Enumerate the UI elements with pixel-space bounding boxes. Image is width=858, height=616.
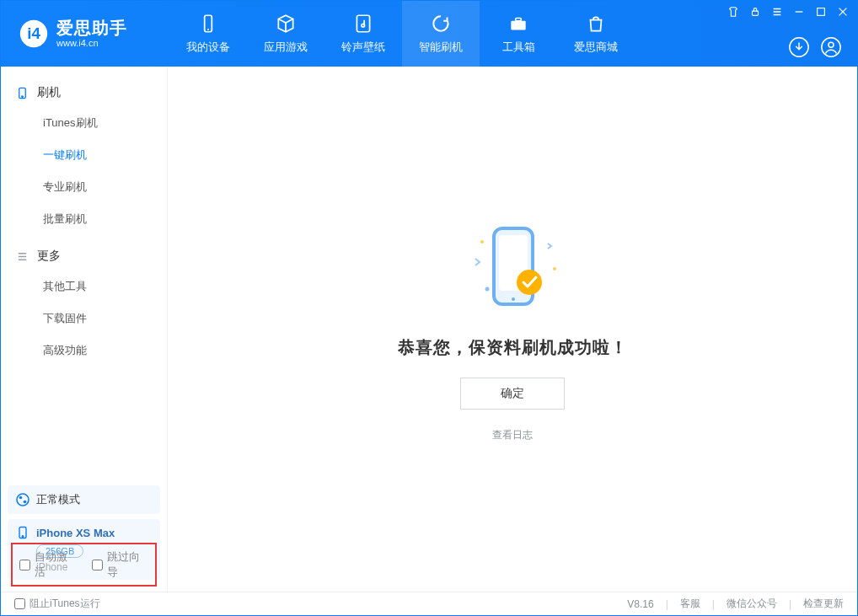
- music-file-icon: [352, 13, 374, 35]
- nav-my-device[interactable]: 我的设备: [169, 1, 247, 67]
- svg-point-5: [362, 24, 364, 26]
- app-name: 爱思助手: [56, 19, 127, 38]
- bag-icon: [585, 13, 607, 35]
- app-logo-icon: i4: [19, 19, 48, 48]
- lock-icon[interactable]: [749, 6, 761, 18]
- ok-button[interactable]: 确定: [460, 378, 565, 410]
- menu-icon[interactable]: [771, 6, 783, 18]
- device-icon: [197, 13, 219, 35]
- success-illustration: [445, 217, 580, 318]
- svg-rect-6: [511, 21, 525, 30]
- separator: |: [666, 598, 668, 610]
- separator: |: [789, 598, 791, 610]
- flash-options-highlight: 自动激活 跳过向导: [11, 543, 157, 587]
- cube-icon: [275, 13, 297, 35]
- list-icon: [16, 250, 29, 263]
- nav-label: 铃声壁纸: [341, 40, 385, 55]
- shirt-icon[interactable]: [727, 6, 739, 18]
- maximize-icon[interactable]: [815, 6, 827, 18]
- sidebar: 刷机 iTunes刷机 一键刷机 专业刷机 批量刷机 更多 其他工具 下载固件 …: [1, 67, 168, 592]
- nav-label: 爱思商城: [574, 40, 618, 55]
- footer-link-wechat[interactable]: 微信公众号: [727, 597, 777, 611]
- svg-point-22: [512, 297, 515, 301]
- svg-point-25: [553, 267, 556, 271]
- svg-rect-7: [516, 19, 522, 21]
- sidebar-item-batch-flash[interactable]: 批量刷机: [1, 203, 167, 235]
- mode-icon: [16, 493, 29, 506]
- svg-point-14: [22, 95, 24, 97]
- nav-smart-flash[interactable]: 智能刷机: [402, 1, 480, 67]
- refresh-shield-icon: [430, 13, 452, 35]
- version-label: V8.16: [627, 598, 653, 610]
- nav-ringtones[interactable]: 铃声壁纸: [324, 1, 402, 67]
- sidebar-item-download-fw[interactable]: 下载固件: [1, 303, 167, 335]
- sidebar-item-advanced[interactable]: 高级功能: [1, 335, 167, 367]
- close-icon[interactable]: [837, 6, 849, 18]
- nav-label: 智能刷机: [419, 40, 463, 55]
- svg-point-17: [24, 501, 27, 504]
- svg-point-19: [22, 536, 24, 538]
- sidebar-group-title: 更多: [37, 249, 61, 264]
- sidebar-item-pro-flash[interactable]: 专业刷机: [1, 171, 167, 203]
- nav-store[interactable]: 爱思商城: [557, 1, 635, 67]
- separator: |: [712, 598, 715, 610]
- auto-activate-checkbox[interactable]: [19, 560, 30, 570]
- nav-apps-games[interactable]: 应用游戏: [247, 1, 324, 67]
- success-title: 恭喜您，保资料刷机成功啦！: [398, 336, 628, 359]
- svg-rect-8: [753, 11, 759, 15]
- option-label: 自动激活: [35, 549, 77, 580]
- mode-card-label: 正常模式: [36, 492, 80, 507]
- nav-label: 我的设备: [186, 40, 230, 55]
- minimize-icon[interactable]: [793, 6, 805, 18]
- app-url: www.i4.cn: [56, 38, 127, 49]
- phone-icon: [16, 87, 29, 99]
- nav-label: 应用游戏: [264, 40, 308, 55]
- view-log-link[interactable]: 查看日志: [492, 428, 533, 442]
- block-itunes-label: 阻止iTunes运行: [29, 597, 100, 611]
- device-small-icon: [16, 526, 29, 539]
- mode-card[interactable]: 正常模式: [8, 485, 160, 514]
- svg-point-24: [480, 240, 484, 244]
- option-skip-wizard[interactable]: 跳过向导: [92, 549, 149, 580]
- logo-block: i4 爱思助手 www.i4.cn: [1, 1, 169, 67]
- top-nav: 我的设备 应用游戏 铃声壁纸 智能刷机 工具箱 爱思商城: [169, 1, 635, 67]
- nav-label: 工具箱: [502, 40, 535, 55]
- device-name: iPhone XS Max: [36, 527, 115, 539]
- sidebar-item-itunes-flash[interactable]: iTunes刷机: [1, 107, 167, 139]
- toolbox-icon: [507, 13, 529, 35]
- content-area: 恭喜您，保资料刷机成功啦！ 确定 查看日志: [168, 67, 857, 592]
- svg-text:i4: i4: [27, 24, 40, 42]
- block-itunes-option[interactable]: 阻止iTunes运行: [14, 597, 100, 611]
- sidebar-group-title: 刷机: [37, 85, 61, 100]
- svg-point-12: [829, 42, 834, 47]
- svg-rect-9: [818, 8, 825, 16]
- svg-point-23: [517, 270, 542, 295]
- header: i4 爱思助手 www.i4.cn 我的设备 应用游戏 铃声壁纸 智能刷机 工具…: [1, 1, 857, 67]
- footer: 阻止iTunes运行 V8.16 | 客服 | 微信公众号 | 检查更新: [1, 592, 857, 615]
- sidebar-group-flash: 刷机: [1, 78, 167, 107]
- user-circle-icon[interactable]: [820, 36, 842, 58]
- svg-point-3: [207, 29, 209, 30]
- sidebar-group-more: 更多: [1, 242, 167, 271]
- skip-wizard-checkbox[interactable]: [92, 560, 103, 570]
- svg-point-15: [17, 494, 29, 506]
- nav-toolbox[interactable]: 工具箱: [480, 1, 557, 67]
- footer-link-update[interactable]: 检查更新: [803, 597, 844, 611]
- download-circle-icon[interactable]: [788, 36, 810, 58]
- svg-point-16: [19, 496, 23, 500]
- header-right: [727, 1, 857, 67]
- window-controls: [727, 6, 849, 18]
- option-label: 跳过向导: [107, 549, 149, 580]
- svg-point-26: [485, 287, 490, 291]
- sidebar-item-oneclick-flash[interactable]: 一键刷机: [1, 139, 167, 171]
- block-itunes-checkbox[interactable]: [14, 598, 25, 609]
- footer-link-support[interactable]: 客服: [680, 597, 700, 611]
- option-auto-activate[interactable]: 自动激活: [19, 549, 77, 580]
- sidebar-item-other-tools[interactable]: 其他工具: [1, 271, 167, 303]
